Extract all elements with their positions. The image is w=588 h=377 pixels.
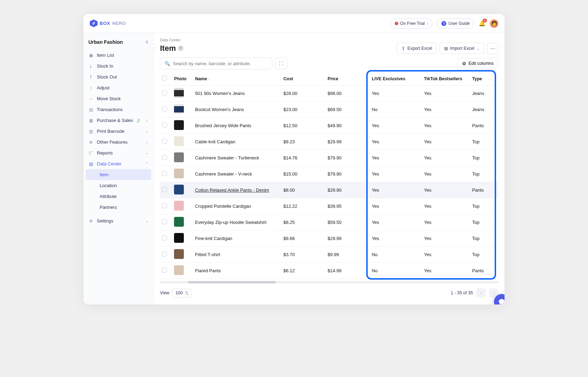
- item-price: $29.99: [326, 134, 370, 150]
- sidebar-item-adjust[interactable]: ↕Adjust: [83, 82, 153, 93]
- more-actions-button[interactable]: ⋯: [487, 43, 498, 54]
- table-row[interactable]: Cable-knit Cardigan$9.23$29.99YesYesTop: [160, 134, 498, 150]
- col-tiktok-bestsellers[interactable]: TikTok Bestsellers: [422, 72, 470, 85]
- item-price: $69.50: [326, 102, 370, 118]
- row-checkbox[interactable]: [162, 155, 167, 160]
- scan-barcode-button[interactable]: ⛶: [275, 57, 287, 69]
- row-checkbox[interactable]: [162, 187, 167, 192]
- workspace-switcher[interactable]: Urban Fashion ⇅: [83, 37, 153, 50]
- gear-icon: ⚙: [88, 219, 93, 224]
- sidebar-item-other-features[interactable]: ⊕Other Features⌄: [83, 137, 153, 148]
- brand-text-hero: HERO: [112, 21, 126, 26]
- sidebar-item-reports[interactable]: ⫍Reports⌄: [83, 148, 153, 158]
- row-checkbox[interactable]: [162, 235, 167, 240]
- sidebar-subitem-partners[interactable]: Partners: [86, 202, 151, 213]
- col-price[interactable]: Price: [326, 72, 370, 85]
- sidebar-item-stock-in[interactable]: ⭳Stock In: [83, 61, 153, 71]
- row-checkbox[interactable]: [162, 203, 167, 208]
- breadcrumb: Data Center: [160, 38, 498, 42]
- prev-page-button[interactable]: ‹: [476, 288, 486, 297]
- on-trial-button[interactable]: ! On Free Trial ›: [390, 18, 433, 29]
- item-name: 501 90s Women's Jeans: [195, 91, 245, 96]
- col-photo[interactable]: Photo: [172, 72, 193, 85]
- item-live-exclusives: Yes: [370, 166, 422, 182]
- item-thumbnail: [174, 265, 184, 275]
- sidebar-item-purchase-sales[interactable]: ▦Purchase & Salesβ⌄: [83, 115, 153, 126]
- row-checkbox[interactable]: [162, 252, 167, 256]
- item-cost: $12.50: [281, 118, 326, 134]
- collapse-sidebar-button[interactable]: ‹: [150, 44, 157, 51]
- item-cost: $28.00: [281, 85, 326, 102]
- item-cost: $23.00: [281, 102, 326, 118]
- item-thumbnail: [174, 185, 184, 194]
- item-name: Flared Pants: [195, 268, 221, 273]
- user-guide-button[interactable]: ? User Guide: [437, 18, 474, 29]
- sidebar-item-settings[interactable]: ⚙Settings⌄: [83, 215, 153, 226]
- search-input[interactable]: [173, 61, 268, 66]
- item-type: Jeans: [470, 85, 498, 102]
- col-name[interactable]: Name↑: [193, 72, 281, 85]
- item-thumbnail: [174, 233, 184, 243]
- item-type: Top: [470, 214, 498, 231]
- sidebar-item-item-list[interactable]: ▣Item List: [83, 50, 153, 61]
- sidebar-subitem-attribute[interactable]: Attribute: [86, 191, 151, 202]
- export-excel-button[interactable]: ⇪Export Excel: [397, 43, 436, 54]
- scrollbar-thumb[interactable]: [188, 281, 276, 283]
- table-row[interactable]: 501 90s Women's Jeans$28.00$98.00YesYesJ…: [160, 85, 498, 102]
- sidebar-item-transactions[interactable]: ▤Transactions: [83, 104, 153, 115]
- sidebar-item-move-stock[interactable]: →Move Stock: [83, 93, 153, 104]
- item-thumbnail: [174, 217, 184, 227]
- table-row[interactable]: Cashmere Sweater - Turtleneck$14.76$79.9…: [160, 150, 498, 166]
- col-cost[interactable]: Cost: [281, 72, 326, 85]
- help-icon[interactable]: ?: [178, 46, 183, 51]
- plus-circle-icon: ⊕: [88, 140, 93, 145]
- table-row[interactable]: Cashmere Sweater - V-neck$15.00$79.90Yes…: [160, 166, 498, 182]
- item-name: Cashmere Sweater - V-neck: [195, 171, 252, 177]
- sidebar-item-data-center[interactable]: ▤Data Center⌃: [83, 158, 153, 169]
- row-checkbox[interactable]: [162, 268, 167, 273]
- updown-icon: ⇅: [145, 40, 148, 44]
- on-trial-label: On Free Trial: [400, 21, 425, 26]
- sidebar-subitem-location[interactable]: Location: [86, 180, 151, 191]
- table-row[interactable]: Cropped Pointelle Cardigan$12.22$39.95Ye…: [160, 198, 498, 214]
- page-range: 1 - 35 of 35: [451, 290, 473, 295]
- edit-columns-button[interactable]: ⚙Edit columns: [457, 58, 498, 69]
- brand-logo-group[interactable]: BOXHERO: [90, 20, 126, 27]
- item-live-exclusives: Yes: [370, 198, 422, 214]
- export-icon: ⇪: [401, 46, 405, 51]
- row-checkbox[interactable]: [162, 123, 167, 128]
- table-row[interactable]: Fine-knit Cardigan$9.66$29.99YesYesTop: [160, 231, 498, 247]
- table-row[interactable]: Cotton Relaxed Ankle Pants - Denim$8.00$…: [160, 182, 498, 198]
- notifications-button[interactable]: 🔔 N: [479, 20, 486, 27]
- table-row[interactable]: Flared Pants$6.12$14.99NoYesPants: [160, 263, 498, 279]
- sidebar-subitem-item[interactable]: Item: [86, 169, 151, 180]
- sidebar-item-stock-out[interactable]: ⭱Stock Out: [83, 71, 153, 82]
- item-name: Bootcut Women's Jeans: [195, 107, 244, 112]
- item-thumbnail: [174, 88, 184, 98]
- chevron-down-icon: ⌄: [476, 46, 480, 51]
- row-checkbox[interactable]: [162, 219, 167, 224]
- row-checkbox[interactable]: [162, 171, 167, 176]
- user-guide-label: User Guide: [448, 21, 470, 26]
- row-checkbox[interactable]: [162, 139, 167, 144]
- col-live-exclusives[interactable]: LIVE Exclusives: [370, 72, 422, 85]
- excel-icon: ⊞: [444, 46, 448, 51]
- table-row[interactable]: Fitted T-shirt$3.70$9.99NoYesTop: [160, 247, 498, 263]
- page-size-select[interactable]: 100⇅: [172, 289, 192, 297]
- row-checkbox[interactable]: [162, 107, 167, 111]
- alert-dot-icon: !: [395, 22, 398, 25]
- user-avatar[interactable]: 🧑: [490, 19, 498, 28]
- col-type[interactable]: Type: [470, 72, 498, 85]
- chevron-right-icon: ›: [427, 21, 428, 26]
- horizontal-scrollbar[interactable]: [160, 281, 498, 283]
- sidebar-item-print-barcode[interactable]: ▥Print Barcode⌄: [83, 126, 153, 137]
- table-row[interactable]: Bootcut Women's Jeans$23.00$69.50NoYesJe…: [160, 102, 498, 118]
- search-box[interactable]: 🔍: [160, 57, 272, 69]
- table-header-row: Photo Name↑ Cost Price LIVE Exclusives T…: [160, 72, 498, 85]
- row-checkbox[interactable]: [162, 90, 167, 95]
- table-row[interactable]: Brushed Jersey Wide Pants$12.50$49.90Yes…: [160, 118, 498, 134]
- import-excel-button[interactable]: ⊞Import Excel⌄: [440, 43, 484, 54]
- table-row[interactable]: Everyday Zip-up Hoodie Sweatshirt$8.25$5…: [160, 214, 498, 231]
- select-all-checkbox[interactable]: [162, 76, 167, 81]
- chat-icon: [498, 298, 505, 304]
